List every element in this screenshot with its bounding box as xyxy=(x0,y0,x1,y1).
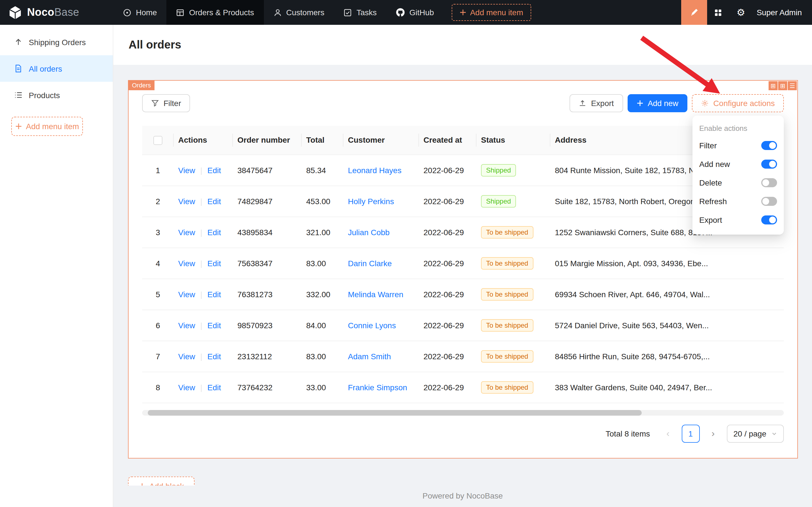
status-badge: To be shipped xyxy=(481,288,533,300)
nocobase-logo[interactable]: NocoBase xyxy=(0,5,113,20)
customer-cell: Holly Perkins xyxy=(343,185,419,217)
page-number-button[interactable]: 1 xyxy=(682,425,699,442)
view-link[interactable]: View xyxy=(178,228,195,237)
enable-actions-menu: Enable actions Filter Add new Delete Ref… xyxy=(692,116,784,235)
row-index: 3 xyxy=(142,217,174,247)
funnel-icon xyxy=(151,99,159,107)
created-at-cell: 2022-06-29 xyxy=(419,155,476,185)
add-block-clip: Add block xyxy=(128,476,194,486)
view-link[interactable]: View xyxy=(178,166,195,175)
action-divider: | xyxy=(200,290,202,299)
customer-link[interactable]: Julian Cobb xyxy=(348,228,390,237)
nav-item-customers[interactable]: Customers xyxy=(264,0,334,25)
customer-cell: Frankie Simpson xyxy=(343,372,419,403)
customer-link[interactable]: Adam Smith xyxy=(348,352,391,361)
navbar-add-menu-item-button[interactable]: Add menu item xyxy=(451,4,531,21)
edit-link[interactable]: Edit xyxy=(207,166,221,175)
edit-link[interactable]: Edit xyxy=(207,321,221,330)
status-cell: Shipped xyxy=(476,155,550,185)
enable-action-label: Filter xyxy=(699,141,717,150)
view-link[interactable]: View xyxy=(178,321,195,330)
settings-gear-icon[interactable]: ⚙ xyxy=(730,0,752,25)
total-cell: 83.00 xyxy=(302,341,343,372)
logo-cube-icon xyxy=(8,5,22,20)
view-link[interactable]: View xyxy=(178,352,195,361)
add-block-icon[interactable]: ⊞ xyxy=(768,81,777,90)
status-badge: To be shipped xyxy=(481,350,533,362)
row-index: 5 xyxy=(142,279,174,309)
view-link[interactable]: View xyxy=(178,196,195,206)
edit-link[interactable]: Edit xyxy=(207,228,221,237)
header-order-number: Order number xyxy=(233,126,302,155)
nav-item-github[interactable]: GitHub xyxy=(386,0,444,25)
address-cell: 84856 Hirthe Run, Suite 268, 94754-6705,… xyxy=(550,341,784,372)
configure-actions-button[interactable]: Configure actions xyxy=(692,94,784,112)
view-link[interactable]: View xyxy=(178,290,195,299)
enable-action-label: Refresh xyxy=(699,196,727,206)
sidebar-item-products[interactable]: Products xyxy=(0,82,113,108)
page-size-select[interactable]: 20 / page xyxy=(727,425,784,442)
status-badge: To be shipped xyxy=(481,319,533,331)
created-at-cell: 2022-06-29 xyxy=(419,279,476,309)
enable-action-item[interactable]: Refresh xyxy=(699,192,777,210)
customer-link[interactable]: Darin Clarke xyxy=(348,259,392,268)
add-block-button[interactable]: Add block xyxy=(128,476,194,486)
select-all-checkbox[interactable] xyxy=(153,136,162,145)
sidebar: Shipping Orders All orders Products Add … xyxy=(0,25,113,507)
enable-action-item[interactable]: Export xyxy=(699,210,777,229)
block-designer-toolbar: ⊞ ⊞ ☰ xyxy=(768,81,797,90)
toggle-switch[interactable] xyxy=(761,215,777,224)
table-row: 8 View|Edit 73764232 33.00 Frankie Simps… xyxy=(142,372,784,403)
orders-table-body: 1 View|Edit 38475647 85.34 Leonard Hayes… xyxy=(142,155,784,403)
view-link[interactable]: View xyxy=(178,383,195,392)
edit-link[interactable]: Edit xyxy=(207,290,221,299)
total-cell: 33.00 xyxy=(302,372,343,403)
row-index: 6 xyxy=(142,309,174,341)
edit-link[interactable]: Edit xyxy=(207,383,221,392)
filter-button[interactable]: Filter xyxy=(142,94,190,112)
enable-action-item[interactable]: Filter xyxy=(699,136,777,155)
nav-item-orders-products[interactable]: Orders & Products xyxy=(167,0,264,25)
add-column-icon[interactable]: ⊞ xyxy=(778,81,787,90)
row-actions: View|Edit xyxy=(174,185,233,217)
sidebar-item-shipping-orders[interactable]: Shipping Orders xyxy=(0,29,113,55)
toggle-switch[interactable] xyxy=(761,178,777,187)
table-row: 2 View|Edit 74829847 453.00 Holly Perkin… xyxy=(142,185,784,217)
customer-cell: Adam Smith xyxy=(343,341,419,372)
enable-action-item[interactable]: Add new xyxy=(699,155,777,173)
enable-action-item[interactable]: Delete xyxy=(699,173,777,192)
toggle-switch[interactable] xyxy=(761,159,777,168)
row-actions: View|Edit xyxy=(174,155,233,185)
row-index: 8 xyxy=(142,372,174,403)
customer-link[interactable]: Frankie Simpson xyxy=(348,383,407,392)
ui-editor-toggle-button[interactable] xyxy=(681,0,707,25)
prev-page-button[interactable]: ‹ xyxy=(659,425,677,442)
user-menu[interactable]: Super Admin xyxy=(752,8,812,17)
add-new-button[interactable]: Add new xyxy=(627,94,687,112)
total-cell: 453.00 xyxy=(302,185,343,217)
export-button[interactable]: Export xyxy=(570,94,623,112)
sidebar-add-menu-item-button[interactable]: Add menu item xyxy=(11,117,83,136)
drag-handle-icon[interactable]: ☰ xyxy=(788,81,797,90)
scrollbar-thumb[interactable] xyxy=(148,410,642,415)
table-toolbar: Filter Export Add new Conf xyxy=(128,81,797,112)
address-cell: 383 Walter Gardens, Suite 040, 24947, Be… xyxy=(550,372,784,403)
customer-link[interactable]: Melinda Warren xyxy=(348,290,403,299)
next-page-button[interactable]: › xyxy=(704,425,722,442)
table-row: 3 View|Edit 43895834 321.00 Julian Cobb … xyxy=(142,217,784,247)
created-at-cell: 2022-06-29 xyxy=(419,309,476,341)
plugins-grid-icon[interactable] xyxy=(707,0,730,25)
sidebar-item-all-orders[interactable]: All orders xyxy=(0,55,113,82)
nav-item-home[interactable]: Home xyxy=(113,0,167,25)
nav-item-tasks[interactable]: Tasks xyxy=(334,0,386,25)
toggle-switch[interactable] xyxy=(761,141,777,150)
plus-icon xyxy=(459,9,466,16)
customer-link[interactable]: Holly Perkins xyxy=(348,196,394,206)
customer-link[interactable]: Connie Lyons xyxy=(348,321,396,330)
edit-link[interactable]: Edit xyxy=(207,196,221,206)
view-link[interactable]: View xyxy=(178,259,195,268)
edit-link[interactable]: Edit xyxy=(207,352,221,361)
edit-link[interactable]: Edit xyxy=(207,259,221,268)
customer-link[interactable]: Leonard Hayes xyxy=(348,166,402,175)
toggle-switch[interactable] xyxy=(761,196,777,206)
